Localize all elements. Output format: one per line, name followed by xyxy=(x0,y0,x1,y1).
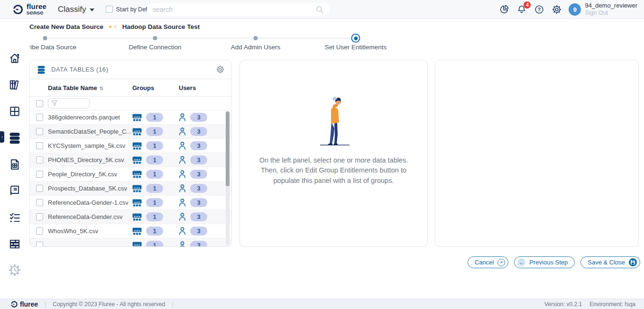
groups-count-pill: 1 xyxy=(146,184,163,193)
panel-settings-gear-icon[interactable] xyxy=(216,65,225,74)
database-icon xyxy=(8,131,21,145)
arrow-left-icon: ← xyxy=(517,258,525,266)
wizard-actions: Cancel ✕ ← Previous Step Save & Close xyxy=(468,256,640,268)
table-rows: 386goldenrecords.parquet 1 3 SemanticDat… xyxy=(30,110,231,247)
users-count-pill: 3 xyxy=(190,184,207,193)
row-checkbox[interactable] xyxy=(36,242,43,247)
sign-out-link[interactable]: Sign Out xyxy=(585,9,637,16)
groups-icon xyxy=(132,142,142,150)
previous-step-label: Previous Step xyxy=(529,259,568,266)
breadcrumb: Create New Data Source ✦✧ Hadoop Data So… xyxy=(29,23,200,30)
cancel-button[interactable]: Cancel ✕ xyxy=(468,256,508,268)
checklist-icon xyxy=(9,211,21,224)
file-table-icon xyxy=(9,158,21,171)
column-header-users: Users xyxy=(179,84,231,91)
pie-chart-icon[interactable] xyxy=(498,4,510,15)
cancel-label: Cancel xyxy=(475,259,494,266)
sidebar-item-data-sources[interactable] xyxy=(8,131,21,145)
groups-icon xyxy=(132,199,142,207)
sidebar-item-grid[interactable] xyxy=(8,105,21,118)
row-checkbox[interactable] xyxy=(36,185,43,192)
sidebar-item-tasks[interactable] xyxy=(8,211,21,224)
row-name: ReferenceData-Gender.csv xyxy=(48,213,132,220)
help-icon[interactable]: ? xyxy=(534,4,545,15)
row-checkbox[interactable] xyxy=(36,199,43,206)
table-row[interactable]: 386goldenrecords.parquet 1 3 xyxy=(30,110,231,125)
start-by-default-checkbox[interactable] xyxy=(106,6,113,13)
brand-secondary: sense xyxy=(27,10,46,16)
active-step-indicator xyxy=(351,34,360,43)
sidebar-item-home[interactable] xyxy=(8,52,21,65)
step-dot xyxy=(153,36,157,40)
row-checkbox[interactable] xyxy=(36,171,43,178)
active-nav-indicator: › xyxy=(0,131,4,143)
table-row[interactable]: KYCSystem_sample_5k.csv 1 3 xyxy=(30,139,231,153)
save-close-button[interactable]: Save & Close xyxy=(580,256,640,268)
scrollbar[interactable] xyxy=(226,111,230,245)
users-count-pill: 3 xyxy=(190,227,207,236)
table-row[interactable]: ReferenceData-Gender.csv 1 3 xyxy=(30,210,231,224)
fluree-logo-icon xyxy=(12,4,24,15)
sidebar-item-library[interactable] xyxy=(8,78,21,91)
app-menu-dropdown[interactable]: Classify xyxy=(58,5,94,14)
grid-icon xyxy=(9,105,21,118)
notification-badge: 4 xyxy=(524,1,531,9)
sidebar-item-pending-settings[interactable] xyxy=(8,264,21,277)
wizard-stepper: Describe Data Source Define Connection A… xyxy=(19,33,644,54)
groups-icon xyxy=(132,242,142,247)
column-header-name[interactable]: Data Table Name⇅ xyxy=(48,84,132,91)
sidebar-item-reports[interactable] xyxy=(8,158,21,171)
table-row[interactable]: ReferenceData-Gender-1.csv 1 3 xyxy=(30,196,231,210)
row-name: WhosWho_5K.csv xyxy=(48,227,132,235)
binoculars-person-illustration xyxy=(308,95,360,148)
table-row[interactable]: PHONES_Directory_5K.csv 1 3 xyxy=(30,153,231,167)
scrollbar-thumb[interactable] xyxy=(226,111,230,186)
row-checkbox[interactable] xyxy=(36,128,43,135)
groups-count-pill: 1 xyxy=(146,241,163,247)
panel-title: DATA TABLES (16) xyxy=(51,66,211,73)
row-checkbox[interactable] xyxy=(36,227,43,235)
database-icon xyxy=(37,65,46,74)
user-icon xyxy=(179,227,186,235)
groups-icon xyxy=(132,128,142,136)
users-count-pill: 3 xyxy=(190,170,207,179)
select-all-checkbox[interactable] xyxy=(36,100,43,107)
users-count-pill: 3 xyxy=(190,212,207,221)
bricks-icon xyxy=(9,238,21,250)
users-count-pill: 3 xyxy=(190,141,207,150)
row-checkbox[interactable] xyxy=(36,114,43,121)
gear-clock-icon xyxy=(8,264,21,277)
previous-step-button[interactable]: ← Previous Step xyxy=(514,256,575,268)
table-row[interactable]: SemanticDataSet_People_C... 1 3 xyxy=(30,125,231,139)
table-row[interactable]: WhosWho_5K.csv 1 3 xyxy=(30,224,231,238)
close-icon: ✕ xyxy=(497,259,505,266)
column-header-groups: Groups xyxy=(132,84,179,91)
user-icon xyxy=(179,156,186,164)
sidebar-item-layers[interactable] xyxy=(8,237,21,251)
footer-environment: Environment: fsqa xyxy=(589,301,635,308)
avatar[interactable]: 9 xyxy=(569,3,581,16)
chevron-down-icon xyxy=(90,9,94,11)
row-name: Prospects_Database_5K.csv xyxy=(48,185,132,192)
table-row[interactable]: People_Directory_5K.csv 1 3 xyxy=(30,167,231,182)
gear-icon[interactable] xyxy=(551,4,562,15)
row-checkbox[interactable] xyxy=(36,142,43,149)
search-input[interactable] xyxy=(153,6,316,13)
groups-count-pill: 1 xyxy=(146,198,163,207)
sidebar-item-catalog[interactable] xyxy=(8,184,21,197)
row-checkbox[interactable] xyxy=(36,213,43,220)
groups-icon xyxy=(132,227,142,235)
bell-icon[interactable]: 4 xyxy=(516,4,527,15)
footer: fluree | Copyright © 2023 Fluree - All r… xyxy=(0,299,644,309)
book-icon xyxy=(9,184,21,197)
row-checkbox[interactable] xyxy=(36,156,43,164)
breadcrumb-source-name: Hadoop Data Source Test xyxy=(122,23,200,30)
table-row[interactable]: Prospects_Database_5K.csv 1 3 xyxy=(30,182,231,196)
step-dot xyxy=(254,36,258,40)
sort-icon[interactable]: ⇅ xyxy=(100,86,103,91)
table-row[interactable]: 1 3 xyxy=(30,238,231,247)
footer-divider: | xyxy=(45,301,46,308)
library-books-icon xyxy=(9,79,21,91)
user-icon xyxy=(179,127,186,136)
groups-count-pill: 1 xyxy=(146,113,163,122)
